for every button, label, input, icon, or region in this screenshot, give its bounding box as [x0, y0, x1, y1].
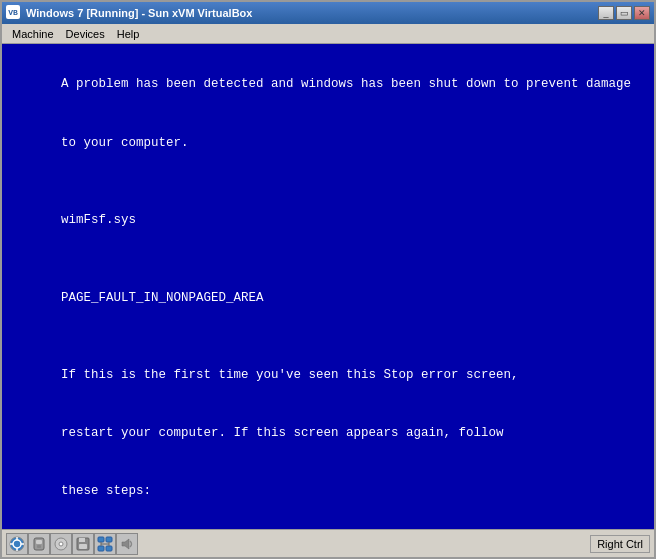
bsod-line9: restart your computer. If this screen ap… [61, 426, 504, 440]
svg-rect-16 [98, 546, 104, 551]
bsod-line6: PAGE_FAULT_IN_NONPAGED_AREA [61, 291, 264, 305]
window-controls: _ ▭ ✕ [598, 6, 650, 20]
vbox-logo-text: VB [8, 8, 18, 17]
bsod-line4: wimFsf.sys [61, 213, 136, 227]
bsod-line10: these steps: [61, 484, 151, 498]
bsod-line1: A problem has been detected and windows … [61, 77, 631, 91]
menu-item-devices[interactable]: Devices [60, 26, 111, 42]
svg-point-10 [59, 542, 63, 546]
vbox-logo: VB [6, 5, 20, 19]
menu-bar: Machine Devices Help [2, 24, 654, 44]
close-button[interactable]: ✕ [634, 6, 650, 20]
svg-rect-17 [106, 546, 112, 551]
screen-icon [9, 536, 25, 552]
virtualbox-window: VB Windows 7 [Running] - Sun xVM Virtual… [0, 0, 656, 559]
right-ctrl-label: Right Ctrl [590, 535, 650, 553]
svg-rect-8 [37, 545, 41, 548]
status-bar: Right Ctrl [2, 529, 654, 557]
status-icon-sound[interactable] [116, 533, 138, 555]
bsod-content: A problem has been detected and windows … [16, 56, 640, 529]
bsod-line2: to your computer. [61, 136, 189, 150]
status-icon-usb[interactable] [28, 533, 50, 555]
svg-marker-21 [122, 539, 129, 549]
bsod-line8: If this is the first time you've seen th… [61, 368, 519, 382]
network-icon [97, 536, 113, 552]
title-bar: VB Windows 7 [Running] - Sun xVM Virtual… [2, 2, 654, 24]
status-icon-screen[interactable] [6, 533, 28, 555]
svg-rect-13 [79, 544, 87, 549]
menu-item-help[interactable]: Help [111, 26, 146, 42]
window-icon: VB [6, 5, 22, 21]
cd-icon [53, 536, 69, 552]
minimize-button[interactable]: _ [598, 6, 614, 20]
status-icon-cd[interactable] [50, 533, 72, 555]
status-left [6, 533, 138, 555]
svg-rect-7 [36, 540, 42, 544]
window-title: Windows 7 [Running] - Sun xVM VirtualBox [26, 7, 598, 19]
status-icon-network[interactable] [94, 533, 116, 555]
svg-rect-12 [79, 538, 85, 542]
bsod-screen: A problem has been detected and windows … [2, 44, 654, 529]
restore-button[interactable]: ▭ [616, 6, 632, 20]
usb-icon [31, 536, 47, 552]
floppy-icon [75, 536, 91, 552]
status-icon-floppy[interactable] [72, 533, 94, 555]
svg-rect-15 [106, 537, 112, 542]
svg-rect-14 [98, 537, 104, 542]
menu-item-machine[interactable]: Machine [6, 26, 60, 42]
status-right: Right Ctrl [586, 535, 650, 553]
sound-icon [119, 536, 135, 552]
